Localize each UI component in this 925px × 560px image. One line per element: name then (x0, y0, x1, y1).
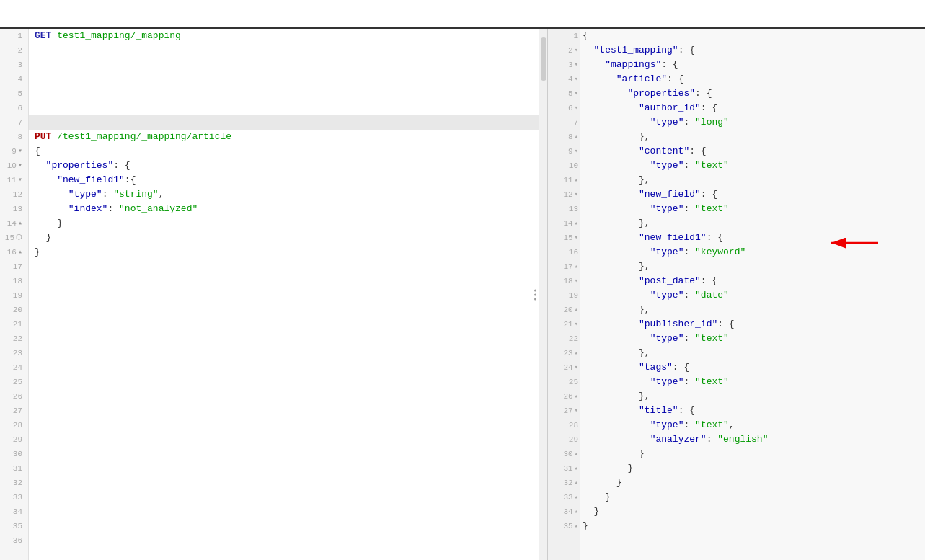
panel-divider[interactable] (533, 289, 537, 300)
right-code-line: "type": "date" (580, 288, 925, 303)
left-code-line (29, 86, 539, 101)
left-line-number: 14▴ (0, 216, 28, 231)
left-line-number: 22 (0, 332, 28, 346)
left-code-line (29, 274, 539, 288)
left-code-line (29, 58, 539, 72)
left-line-numbers: 123456789▾10▾11▾121314▴15⬡16▴17181920212… (0, 29, 29, 560)
right-code-line: "type": "text", (580, 418, 925, 432)
right-line-number: 7 (548, 115, 580, 130)
left-line-number: 34 (0, 505, 28, 519)
left-line-number: 23 (0, 346, 28, 360)
right-line-number: 21▾ (548, 317, 580, 332)
left-line-number: 16▴ (0, 245, 28, 259)
left-line-number: 18 (0, 274, 28, 288)
left-code-area: 123456789▾10▾11▾121314▴15⬡16▴17181920212… (0, 29, 547, 560)
left-line-number: 3 (0, 58, 28, 72)
right-line-number: 20▴ (548, 303, 580, 317)
right-line-numbers: 12▾3▾4▾5▾6▾78▴9▾1011▴12▾1314▴15▾1617▴18▾… (548, 29, 580, 560)
right-code-line: } (580, 490, 925, 505)
right-code-line: "author_id": { (580, 101, 925, 115)
left-line-number: 8 (0, 130, 28, 144)
left-code-line (29, 317, 539, 332)
right-code-line: "analyzer": "english" (580, 432, 925, 447)
right-code-line: "new_field1": { (580, 231, 925, 245)
left-line-number: 27 (0, 404, 28, 418)
left-scrollbar[interactable] (539, 29, 547, 560)
right-code-line: "new_field": { (580, 187, 925, 202)
left-code-line (29, 288, 539, 303)
left-line-number: 19 (0, 288, 28, 303)
left-code-line (29, 519, 539, 533)
left-code-line (29, 332, 539, 346)
right-code-line: } (580, 505, 925, 519)
right-code-line: "type": "long" (580, 115, 925, 130)
left-code-line: GET test1_mapping/_mapping (29, 29, 539, 43)
right-code-line: } (580, 519, 925, 533)
right-panel: 12▾3▾4▾5▾6▾78▴9▾1011▴12▾1314▴15▾1617▴18▾… (548, 29, 925, 560)
left-line-number: 29 (0, 432, 28, 447)
right-line-number: 15▾ (548, 231, 580, 245)
right-line-number: 10 (548, 159, 580, 173)
right-line-number: 27▾ (548, 404, 580, 418)
right-line-number: 23▴ (548, 346, 580, 360)
right-line-number: 33▴ (548, 490, 580, 505)
left-code-line: "index": "not_analyzed" (29, 202, 539, 216)
left-line-number: 1 (0, 29, 28, 43)
left-code-line (29, 43, 539, 58)
left-code-line (29, 447, 539, 461)
left-line-number: 6 (0, 101, 28, 115)
left-line-number: 32 (0, 476, 28, 490)
left-code-line (29, 476, 539, 490)
right-code-line: "content": { (580, 144, 925, 159)
right-line-number: 9▾ (548, 144, 580, 159)
right-line-number: 30▴ (548, 447, 580, 461)
right-code-line: "publisher_id": { (580, 317, 925, 332)
left-code-line: "new_field1":{ (29, 173, 539, 187)
right-code-line: "mappings": { (580, 58, 925, 72)
title-bar (0, 0, 925, 29)
left-code-line (29, 505, 539, 519)
right-line-number: 2▾ (548, 43, 580, 58)
left-code-line: "properties": { (29, 159, 539, 173)
right-code-line: } (580, 461, 925, 476)
right-line-number: 13 (548, 202, 580, 216)
right-code-line: "type": "text" (580, 202, 925, 216)
right-line-number: 35▴ (548, 519, 580, 533)
left-line-number: 21 (0, 317, 28, 332)
right-line-number: 29 (548, 432, 580, 447)
right-code-line: }, (580, 303, 925, 317)
right-line-number: 6▾ (548, 101, 580, 115)
divider-dot (534, 289, 536, 291)
right-code-line: } (580, 476, 925, 490)
left-line-number: 5 (0, 86, 28, 101)
right-line-number: 5▾ (548, 86, 580, 101)
right-code-area: 12▾3▾4▾5▾6▾78▴9▾1011▴12▾1314▴15▾1617▴18▾… (548, 29, 925, 560)
right-code-line: "type": "text" (580, 375, 925, 389)
left-line-number: 13 (0, 202, 28, 216)
right-line-number: 17▴ (548, 259, 580, 274)
right-code-line: }, (580, 173, 925, 187)
scrollbar-thumb[interactable] (541, 37, 546, 81)
left-code-line: } (29, 231, 539, 245)
right-code-line: }, (580, 389, 925, 404)
right-line-number: 22 (548, 332, 580, 346)
left-line-number: 36 (0, 533, 28, 548)
right-code-line: { (580, 29, 925, 43)
left-code-line (29, 490, 539, 505)
left-code-content[interactable]: GET test1_mapping/_mappingPUT /test1_map… (29, 29, 539, 560)
right-line-number: 1 (548, 29, 580, 43)
right-line-number: 34▴ (548, 505, 580, 519)
left-code-line (29, 418, 539, 432)
left-line-number: 35 (0, 519, 28, 533)
right-line-number: 28 (548, 418, 580, 432)
left-line-number: 26 (0, 389, 28, 404)
left-line-number: 2 (0, 43, 28, 58)
left-code-line (29, 346, 539, 360)
left-code-line (29, 375, 539, 389)
right-line-number: 12▾ (548, 187, 580, 202)
right-code-content[interactable]: { "test1_mapping": { "mappings": { "arti… (580, 29, 925, 560)
right-line-number: 25 (548, 375, 580, 389)
left-line-number: 33 (0, 490, 28, 505)
right-line-number: 4▾ (548, 72, 580, 86)
left-code-line: } (29, 245, 539, 259)
